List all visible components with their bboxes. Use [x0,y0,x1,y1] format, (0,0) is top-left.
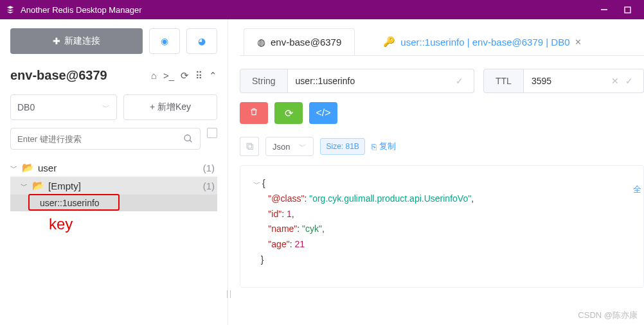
check-icon[interactable]: ✓ [453,76,466,86]
exact-match-toggle[interactable] [207,128,217,138]
json-key: "name" [268,224,297,234]
svg-rect-1 [625,7,631,13]
log-button[interactable]: ◕ [186,28,217,54]
hierarchy-icon[interactable]: ⧉ [240,137,259,156]
clear-ttl-icon[interactable]: ✕ [607,76,623,86]
grid-icon[interactable]: ⠿ [195,70,202,82]
tree-folder-empty[interactable]: ﹀ 📂 [Empty] (1) [10,177,217,195]
format-select[interactable]: Json ﹀ [265,137,314,156]
plus-icon: ✚ [53,36,60,46]
key-name-input[interactable]: user::1userinfo ✓ [288,69,474,93]
maximize-button[interactable] [616,0,639,19]
svg-point-2 [184,135,190,141]
annotation-text: key [49,215,73,233]
collapse-icon[interactable]: ⌃ [209,70,217,82]
size-badge: Size: 81B [320,138,364,155]
window-title: Another Redis Desktop Manager [21,5,142,15]
search-input-wrap [10,128,201,150]
collapse-toggle-icon[interactable]: ﹀ [253,180,262,188]
new-connection-button[interactable]: ✚ 新建连接 [10,28,143,54]
code-button[interactable]: </> [309,102,337,124]
fullscreen-link[interactable]: 全 [633,184,641,195]
search-icon[interactable] [183,134,193,146]
copy-icon: ⎘ [371,142,377,152]
add-key-button[interactable]: + 新增Key [123,94,217,120]
search-input[interactable] [17,128,178,149]
folder-open-icon: 📂 [32,180,44,191]
copy-label: 复制 [379,141,396,152]
check-icon[interactable]: ✓ [623,76,636,86]
chevron-down-icon: ﹀ [21,181,28,191]
code-icon: </> [316,107,330,119]
clock-icon: ◕ [198,36,206,46]
copy-button[interactable]: ⎘ 复制 [371,141,396,152]
tree-label: user [38,162,57,173]
refresh-icon: ⟳ [285,107,293,119]
json-key: "id" [268,209,282,219]
folder-open-icon: 📂 [22,162,34,173]
tab-label: env-base@6379 [271,37,341,48]
db-select[interactable]: DB0 ﹀ [10,94,117,120]
new-connection-label: 新建连接 [64,35,100,47]
gear-icon: ◉ [161,36,168,46]
chevron-down-icon: ﹀ [102,102,110,113]
minimize-button[interactable] [593,0,616,19]
format-label: Json [273,142,290,152]
json-key: "age" [268,239,289,249]
refresh-button[interactable]: ⟳ [274,102,303,124]
ttl-label: TTL [483,69,524,93]
key-icon: 🔑 [383,36,395,48]
chevron-down-icon: ﹀ [299,141,307,152]
close-tab-icon[interactable]: ✕ [575,37,582,47]
json-value: "cyk" [302,224,322,234]
tab-home[interactable]: ◍ env-base@6379 [244,28,355,55]
app-icon [5,4,15,15]
tab-label: user::1userinfo | env-base@6379 | DB0 [400,37,569,48]
annotation-box [28,194,120,211]
ttl-input[interactable]: 3595 ✕ ✓ [524,69,644,93]
key-name-value: user::1userinfo [296,76,355,86]
settings-button[interactable]: ◉ [149,28,180,54]
terminal-icon[interactable]: >_ [163,70,174,82]
database-icon: ◍ [257,37,265,48]
chevron-down-icon: ﹀ [10,163,18,173]
home-icon[interactable]: ⌂ [151,70,157,82]
type-label: String [240,69,288,93]
json-key: "@class" [268,193,304,204]
json-viewer: ﹀ { "@class": "org.cyk.gulimall.product.… [240,165,644,288]
svg-line-3 [190,140,192,142]
refresh-icon[interactable]: ⟳ [181,70,189,82]
tree-count: (1) [203,180,215,191]
tab-key[interactable]: 🔑 user::1userinfo | env-base@6379 | DB0 … [370,28,595,55]
watermark: CSDN @陈亦康 [578,310,638,321]
tree-folder-user[interactable]: ﹀ 📂 user (1) [10,159,217,177]
connection-name: env-base@6379 [10,68,151,83]
db-label: DB0 [17,102,35,112]
tree-label: [Empty] [48,180,81,191]
json-value: 1 [287,209,292,219]
json-value: 21 [294,239,305,249]
resize-handle[interactable]: || [226,289,233,298]
delete-button[interactable] [240,102,268,124]
tree-count: (1) [203,162,215,173]
trash-icon [249,107,258,119]
json-value: "org.cyk.gulimall.product.api.UserinfoVo… [309,193,471,204]
ttl-value: 3595 [532,76,551,86]
